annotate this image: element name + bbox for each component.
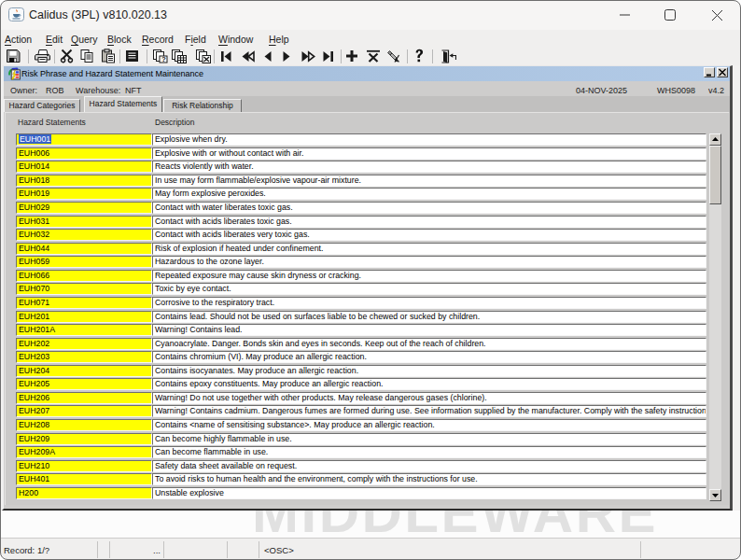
svg-text:?: ? (161, 55, 166, 63)
